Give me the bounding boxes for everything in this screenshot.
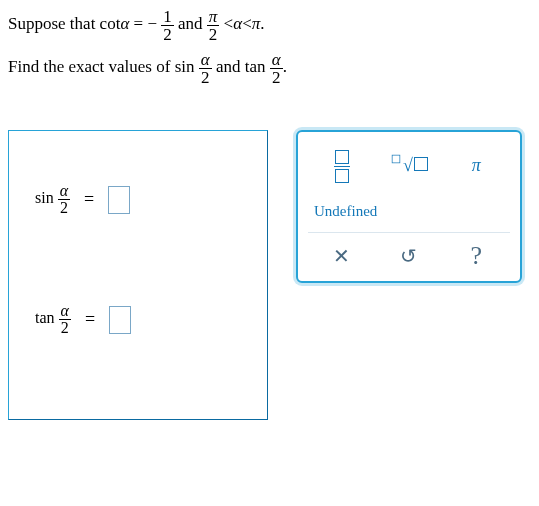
undefined-button[interactable]: Undefined [308, 195, 510, 232]
dot: . [283, 57, 287, 76]
tan-label: tan [245, 57, 266, 76]
text: Find the exact values of [8, 57, 175, 76]
tan-expr: tan α 2 [35, 303, 71, 336]
equals: = [134, 14, 144, 33]
fraction-one-half: 1 2 [161, 8, 174, 43]
and: and [216, 57, 245, 76]
text: Suppose that [8, 14, 100, 33]
palette-tools: ✕ ↺ ? [308, 232, 510, 271]
reset-button[interactable]: ↺ [375, 244, 442, 268]
alpha: α [120, 14, 129, 33]
help-icon: ? [471, 241, 483, 270]
problem-line-2: Find the exact values of sin α 2 and tan… [8, 51, 539, 86]
alpha-over-2: α 2 [199, 51, 212, 86]
and: and [178, 14, 207, 33]
alpha-over-2: α 2 [270, 51, 283, 86]
fraction-button[interactable] [308, 142, 375, 189]
sin-expr: sin α 2 [35, 183, 70, 216]
x-icon: ✕ [333, 245, 350, 267]
dot: . [260, 14, 264, 33]
alpha-over-2: α 2 [59, 303, 71, 336]
cot-label: cot [100, 14, 121, 33]
input-palette: √ π Undefined ✕ ↺ ? [296, 130, 522, 283]
pi: π [252, 14, 261, 33]
pi-button[interactable]: π [443, 149, 510, 182]
tan-answer-input[interactable] [109, 306, 131, 334]
fraction-icon [334, 150, 350, 183]
alpha-over-2: α 2 [58, 183, 70, 216]
reset-icon: ↺ [400, 245, 417, 267]
answer-row-sin: sin α 2 = [35, 183, 130, 216]
clear-button[interactable]: ✕ [308, 244, 375, 268]
help-button[interactable]: ? [443, 241, 510, 271]
equals: = [84, 189, 94, 210]
answer-panel: sin α 2 = tan α 2 = [8, 130, 268, 420]
minus: − [147, 14, 157, 33]
lt: < [224, 14, 234, 33]
palette-row-1: √ π [308, 142, 510, 189]
alpha: α [233, 14, 242, 33]
sin-answer-input[interactable] [108, 186, 130, 214]
lt: < [242, 14, 252, 33]
equals: = [85, 309, 95, 330]
sin-label: sin [175, 57, 195, 76]
sqrt-button[interactable]: √ [375, 149, 442, 182]
fraction-pi-over-2: π 2 [207, 8, 220, 43]
sqrt-icon: √ [390, 155, 428, 176]
problem-line-1: Suppose that cotα = − 1 2 and π 2 <α<π. [8, 8, 539, 43]
answer-row-tan: tan α 2 = [35, 303, 131, 336]
